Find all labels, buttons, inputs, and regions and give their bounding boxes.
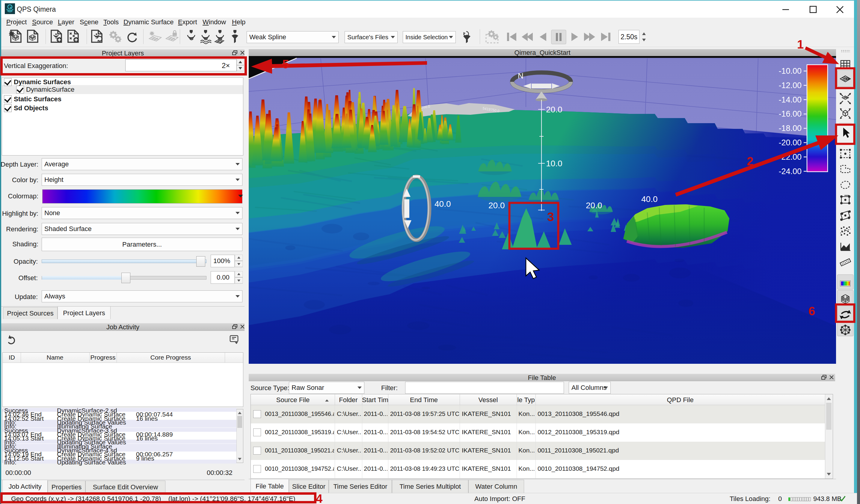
svg-text:-18.00: -18.00 xyxy=(778,124,802,133)
svg-text:-24.00: -24.00 xyxy=(778,167,802,176)
svg-text:20.0: 20.0 xyxy=(488,201,505,210)
svg-text:40.0: 40.0 xyxy=(434,199,451,208)
svg-text:-12.00: -12.00 xyxy=(778,81,802,90)
svg-text:20.0: 20.0 xyxy=(546,105,562,114)
svg-text:N: N xyxy=(518,71,524,80)
svg-text:-22.00: -22.00 xyxy=(778,153,802,161)
svg-text:-14.00: -14.00 xyxy=(778,95,802,104)
svg-text:-10.00: -10.00 xyxy=(778,67,802,75)
svg-text:10.0: 10.0 xyxy=(546,159,562,168)
svg-text:-16.00: -16.00 xyxy=(778,110,802,118)
svg-text:-20.00: -20.00 xyxy=(778,138,802,147)
svg-text:40.0: 40.0 xyxy=(641,195,658,204)
svg-text:20.0: 20.0 xyxy=(586,201,602,210)
